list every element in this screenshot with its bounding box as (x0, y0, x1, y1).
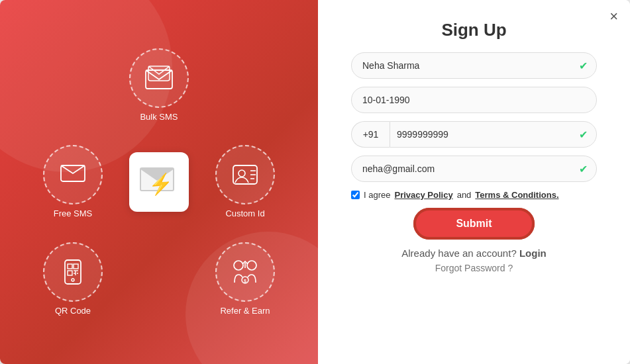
terms-link[interactable]: Terms & Conditions. (475, 190, 558, 200)
already-text: Already have an account? (401, 248, 516, 259)
email-check-icon: ✔ (579, 163, 588, 175)
qr-code-label: QR Code (55, 306, 91, 316)
name-input[interactable] (351, 52, 597, 79)
phone-inner (351, 121, 597, 148)
svg-rect-10 (74, 264, 78, 269)
lightning-icon: ⚡ (148, 173, 174, 195)
svg-point-17 (234, 261, 243, 270)
icons-grid: Bulk SMS Free SMS (33, 40, 285, 324)
center-logo-wrap: ⚡ (129, 152, 189, 212)
login-row: Already have an account? Login (401, 248, 546, 259)
svg-point-18 (247, 261, 256, 270)
email-input[interactable] (351, 156, 597, 182)
name-check-icon: ✔ (579, 60, 588, 72)
svg-text:$: $ (244, 279, 246, 284)
left-panel: Bulk SMS Free SMS (0, 0, 318, 364)
agree-checkbox[interactable] (351, 191, 360, 199)
submit-button[interactable]: Submit (415, 209, 533, 238)
forgot-password-link[interactable]: Forgot Password ? (435, 263, 513, 273)
modal: Bulk SMS Free SMS (0, 0, 630, 364)
form-title: Sign Up (441, 20, 506, 40)
and-text: and (457, 190, 472, 200)
dob-group (351, 87, 597, 113)
qr-code-item: QR Code (43, 242, 103, 316)
refer-earn-circle: $ (215, 242, 275, 302)
custom-id-circle (215, 145, 275, 205)
dob-input[interactable] (351, 87, 597, 113)
login-link[interactable]: Login (519, 248, 547, 259)
agree-row: I agree Privacy Policy and Terms & Condi… (351, 190, 597, 200)
phone-input[interactable] (390, 121, 597, 148)
free-sms-label: Free SMS (54, 208, 93, 218)
privacy-policy-link[interactable]: Privacy Policy (394, 190, 452, 200)
refer-earn-item: $ Refer & Earn (215, 242, 275, 316)
custom-id-item: Custom Id (215, 145, 275, 218)
close-button[interactable]: × (609, 9, 618, 24)
svg-point-4 (238, 170, 245, 177)
free-sms-item: Free SMS (43, 145, 103, 218)
email-group: ✔ (351, 156, 597, 182)
bulk-sms-item: Bulk SMS (129, 48, 189, 122)
country-code-input[interactable] (351, 121, 390, 148)
phone-group: ✔ (351, 121, 597, 148)
center-logo: ⚡ (129, 152, 189, 212)
svg-rect-11 (68, 271, 72, 275)
name-group: ✔ (351, 52, 597, 79)
refer-earn-label: Refer & Earn (220, 306, 270, 316)
qr-code-circle (43, 242, 103, 302)
free-sms-circle (43, 145, 103, 205)
svg-rect-9 (68, 264, 72, 269)
bulk-sms-label: Bulk SMS (140, 112, 178, 122)
phone-check-icon: ✔ (579, 128, 588, 141)
agree-text: I agree (364, 190, 390, 200)
custom-id-label: Custom Id (225, 208, 264, 218)
right-panel: × Sign Up ✔ ✔ ✔ I agree Privac (318, 0, 630, 364)
bulk-sms-circle (129, 48, 189, 108)
svg-point-16 (72, 279, 74, 281)
